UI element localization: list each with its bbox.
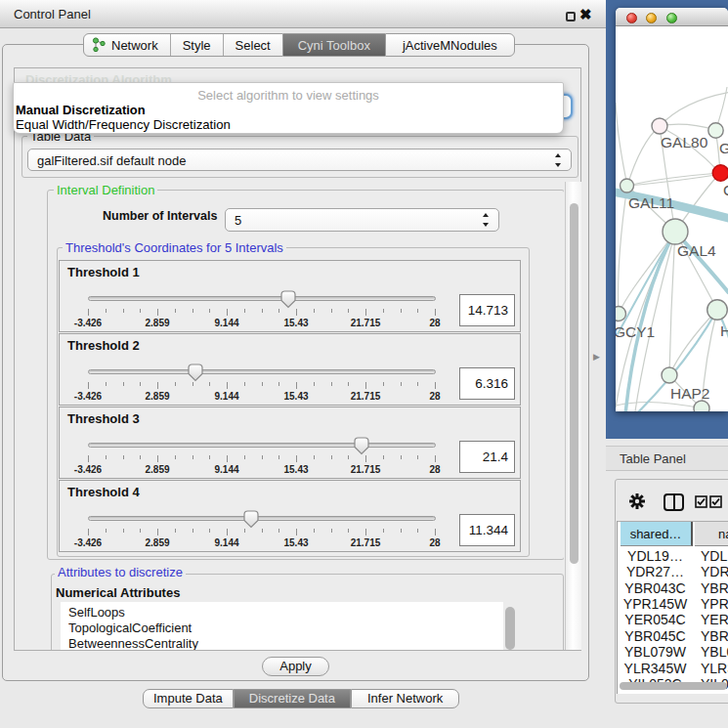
svg-text:HI: HI	[720, 322, 728, 339]
svg-text:HAP2: HAP2	[670, 385, 710, 402]
svg-text:C: C	[723, 182, 728, 198]
svg-text:GAL4: GAL4	[677, 242, 716, 259]
svg-text:GAL11: GAL11	[628, 194, 674, 211]
svg-text:GCY1: GCY1	[616, 323, 655, 340]
svg-text:GAL80: GAL80	[661, 134, 708, 150]
svg-text:GA: GA	[719, 140, 728, 156]
